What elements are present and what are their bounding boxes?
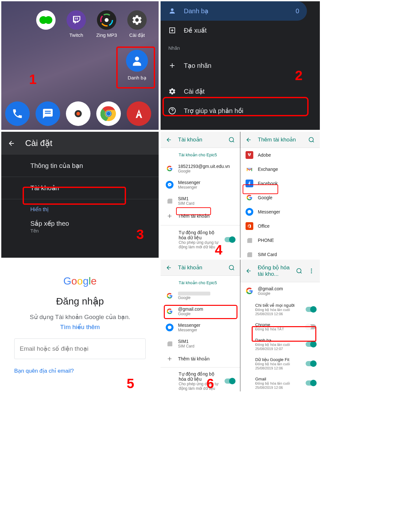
highlight-box <box>23 187 126 205</box>
google-icon <box>246 287 253 295</box>
twitch-icon <box>67 10 86 30</box>
more-icon[interactable] <box>308 268 315 274</box>
messages-icon[interactable] <box>36 101 60 126</box>
page-title: Tài khoản <box>178 136 223 143</box>
panel-settings: 3 Cài đặt Thông tin của bạn Tài khoản Hi… <box>1 132 159 258</box>
app-evernote-line[interactable] <box>32 10 59 38</box>
toggle-on[interactable] <box>225 237 235 242</box>
sync-item-gmail[interactable]: GmailĐồng bộ hóa lần cuối 25/08/2019 12:… <box>240 373 320 391</box>
highlight-box <box>243 184 278 194</box>
tutorial-grid: 1 Twitch Zing MP3 Cài đặt <box>0 0 420 393</box>
sync-label: Dữ liệu Google Fit <box>255 357 306 362</box>
toggle-on[interactable] <box>306 307 316 312</box>
app-twitch[interactable]: Twitch <box>63 10 90 38</box>
google-icon <box>166 292 173 300</box>
setting-item-sort[interactable]: Sắp xếp theo Tên <box>1 215 159 233</box>
messenger-icon <box>166 324 173 331</box>
account-row-messenger[interactable]: MessengerMessenger <box>161 319 240 336</box>
provider-name: Google <box>258 195 272 200</box>
account-section: Tài khoản cho Epic5 <box>161 148 240 160</box>
highlight-box <box>163 97 309 116</box>
messenger-icon <box>246 208 253 216</box>
provider-phone[interactable]: PHONE <box>240 233 320 247</box>
back-icon[interactable] <box>246 268 252 274</box>
sync-left: Tài khoản Tài khoản cho Epic5 Google @gm… <box>161 260 240 391</box>
account-row-messenger[interactable]: MessengerMessenger <box>161 177 240 193</box>
toggle-on[interactable] <box>306 380 316 386</box>
provider-name: Messenger <box>258 209 280 214</box>
provider-exchange[interactable]: Exchange <box>240 162 320 176</box>
menu-section: Nhãn <box>161 40 320 56</box>
app-zingmp3[interactable]: Zing MP3 <box>93 10 120 38</box>
search-icon[interactable] <box>228 264 235 271</box>
provider-adobe[interactable]: Adobe <box>240 148 320 162</box>
sync-toggle-row[interactable]: Tự động đồng bộ hóa dữ liệuCho phép ứng … <box>161 367 240 391</box>
phone-icon[interactable] <box>5 101 30 126</box>
account-row-sim[interactable]: SIM1SIM Card <box>161 336 240 352</box>
account-row-sim[interactable]: SIM1SIM Card <box>161 193 240 209</box>
back-icon[interactable] <box>8 140 16 147</box>
account-row-google[interactable]: 18521293@gm.uit.edu.vnGoogle <box>161 160 240 177</box>
menu-item-contacts[interactable]: Danh bạ 0 <box>161 1 307 21</box>
account-type: Google <box>178 169 230 173</box>
sync-toggle-row[interactable]: Tự động đồng bộ hóa dữ liệuCho phép ứng … <box>161 225 240 253</box>
provider-office[interactable]: Office <box>240 219 320 233</box>
back-icon[interactable] <box>166 137 172 143</box>
svg-rect-3 <box>76 18 77 20</box>
svg-point-24 <box>311 270 312 271</box>
account-name: SIM1 <box>178 339 194 344</box>
setting-label: Sắp xếp theo <box>30 220 159 227</box>
search-icon[interactable] <box>228 137 235 143</box>
sync-item-fit[interactable]: Dữ liệu Google FitĐồng bộ hóa lần cuối 2… <box>240 354 320 373</box>
toggle-on[interactable] <box>306 361 316 366</box>
search-icon[interactable] <box>296 268 302 274</box>
office-icon <box>246 222 253 230</box>
app-settings[interactable]: Cài đặt <box>123 10 151 38</box>
svg-point-16 <box>171 8 173 11</box>
account-row-google1[interactable]: Google <box>161 288 240 303</box>
svg-point-25 <box>311 272 312 273</box>
sim-icon <box>166 197 173 205</box>
account-name: Messenger <box>178 180 200 185</box>
toggle-on[interactable] <box>225 378 235 384</box>
account-type: Messenger <box>178 328 200 332</box>
provider-name: SIM Card <box>258 252 277 257</box>
page-title: Tài khoản <box>178 264 223 271</box>
camera-icon[interactable] <box>66 101 90 126</box>
account-name: 18521293@gm.uit.edu.vn <box>178 164 230 169</box>
account-row-add[interactable]: Thêm tài khoản <box>161 352 240 366</box>
provider-messenger[interactable]: Messenger <box>240 205 320 219</box>
sync-item-people[interactable]: Chi tiết về mọi ngườiĐồng bộ hóa lần cuố… <box>240 300 320 319</box>
menu-item-suggest[interactable]: Đề xuất <box>161 21 320 40</box>
signin-link[interactable]: Tìm hiểu thêm <box>14 322 146 338</box>
account-name: SIM1 <box>178 196 194 201</box>
back-icon[interactable] <box>246 137 252 143</box>
suggest-icon <box>168 26 176 34</box>
back-icon[interactable] <box>166 264 172 271</box>
adobe-icon <box>246 151 253 159</box>
step-number: 5 <box>127 376 134 391</box>
provider-simcard[interactable]: SIM Card <box>240 247 320 258</box>
toggle-on[interactable] <box>306 342 316 347</box>
step-number: 2 <box>295 68 302 83</box>
highlight-box <box>116 47 155 88</box>
sync-sub: Đồng bộ hóa lần cuối 25/08/2019 12:06 <box>255 362 306 370</box>
accounts-right: Thêm tài khoản Adobe Exchange Facebook G… <box>240 132 320 258</box>
svg-point-15 <box>107 112 111 116</box>
email-field[interactable] <box>14 338 146 359</box>
svg-point-21 <box>229 265 234 269</box>
chrome-icon[interactable] <box>96 101 121 126</box>
sync-sub: Cho phép ứng dụng tự động làm mới dữ liệ… <box>179 240 220 249</box>
highlight-box <box>252 326 316 342</box>
account-type: SIM Card <box>178 201 194 206</box>
sync-label: Chi tiết về mọi người <box>255 303 306 308</box>
account-name: Thêm tài khoản <box>178 356 210 361</box>
plus-icon <box>166 355 173 363</box>
adobe-icon[interactable] <box>127 101 151 126</box>
forgot-email-link[interactable]: Bạn quên địa chỉ email? <box>14 359 146 374</box>
setting-item-info[interactable]: Thông tin của bạn <box>1 155 159 177</box>
sim-icon <box>246 236 253 244</box>
provider-name: Exchange <box>258 167 278 172</box>
search-icon[interactable] <box>308 137 315 143</box>
dock <box>5 101 151 126</box>
